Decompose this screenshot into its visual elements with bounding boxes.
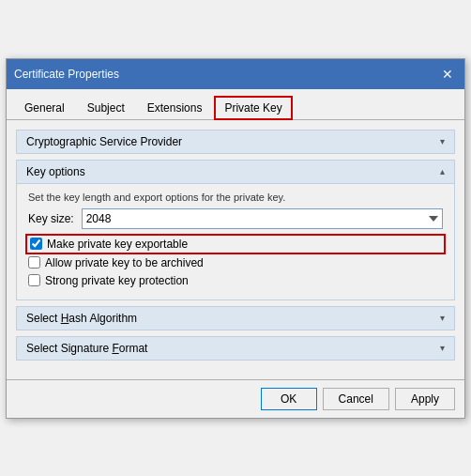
- tab-subject[interactable]: Subject: [77, 96, 135, 120]
- csp-section: Cryptographic Service Provider ▾: [16, 130, 455, 154]
- allow-archived-label: Allow private key to be archived: [45, 256, 204, 269]
- window-title: Certificate Properties: [14, 68, 119, 81]
- hash-algorithm-label: Select Hash Algorithm: [26, 312, 137, 325]
- tab-general[interactable]: General: [14, 96, 75, 120]
- ok-button[interactable]: OK: [261, 388, 317, 410]
- key-options-body: Set the key length and export options fo…: [16, 184, 455, 300]
- signature-format-section-header[interactable]: Select Signature Format ▾: [16, 336, 455, 361]
- tab-bar: General Subject Extensions Private Key: [7, 89, 464, 120]
- hash-underline: H: [61, 312, 69, 325]
- key-options-section: Key options ▴ Set the key length and exp…: [16, 160, 455, 300]
- key-options-description: Set the key length and export options fo…: [28, 192, 443, 203]
- strong-protection-row: Strong private key protection: [28, 274, 443, 287]
- make-exportable-label: Make private key exportable: [47, 238, 188, 251]
- signature-format-section: Select Signature Format ▾: [16, 336, 455, 361]
- tab-extensions[interactable]: Extensions: [137, 96, 213, 120]
- close-button[interactable]: ✕: [438, 65, 457, 84]
- make-exportable-checkbox[interactable]: [30, 238, 42, 250]
- strong-protection-checkbox[interactable]: [28, 274, 40, 286]
- key-size-label: Key size:: [28, 212, 74, 225]
- signature-format-label: Select Signature Format: [26, 342, 147, 355]
- csp-chevron: ▾: [440, 136, 445, 146]
- allow-archived-row: Allow private key to be archived: [28, 256, 443, 269]
- cancel-button[interactable]: Cancel: [323, 388, 389, 410]
- hash-algorithm-chevron: ▾: [440, 313, 445, 323]
- csp-label: Cryptographic Service Provider: [26, 135, 182, 148]
- key-size-row: Key size: 2048 1024 4096: [28, 208, 443, 229]
- key-options-label: Key options: [26, 165, 85, 178]
- csp-section-header[interactable]: Cryptographic Service Provider ▾: [16, 130, 455, 154]
- format-underline: F: [112, 342, 118, 355]
- title-bar: Certificate Properties ✕: [7, 59, 464, 89]
- signature-format-chevron: ▾: [440, 343, 445, 353]
- tab-private-key[interactable]: Private Key: [214, 96, 292, 120]
- hash-algorithm-section-header[interactable]: Select Hash Algorithm ▾: [16, 306, 455, 330]
- strong-protection-label: Strong private key protection: [45, 274, 189, 287]
- dialog-footer: OK Cancel Apply: [7, 379, 464, 418]
- key-options-section-header[interactable]: Key options ▴: [16, 160, 455, 184]
- hash-algorithm-section: Select Hash Algorithm ▾: [16, 306, 455, 330]
- apply-button[interactable]: Apply: [395, 388, 455, 410]
- key-options-chevron: ▴: [440, 166, 445, 177]
- key-size-select[interactable]: 2048 1024 4096: [82, 208, 443, 229]
- allow-archived-checkbox[interactable]: [28, 256, 40, 269]
- tab-content: Cryptographic Service Provider ▾ Key opt…: [7, 120, 464, 376]
- make-exportable-row: Make private key exportable: [28, 237, 443, 252]
- certificate-properties-window: Certificate Properties ✕ General Subject…: [6, 58, 465, 419]
